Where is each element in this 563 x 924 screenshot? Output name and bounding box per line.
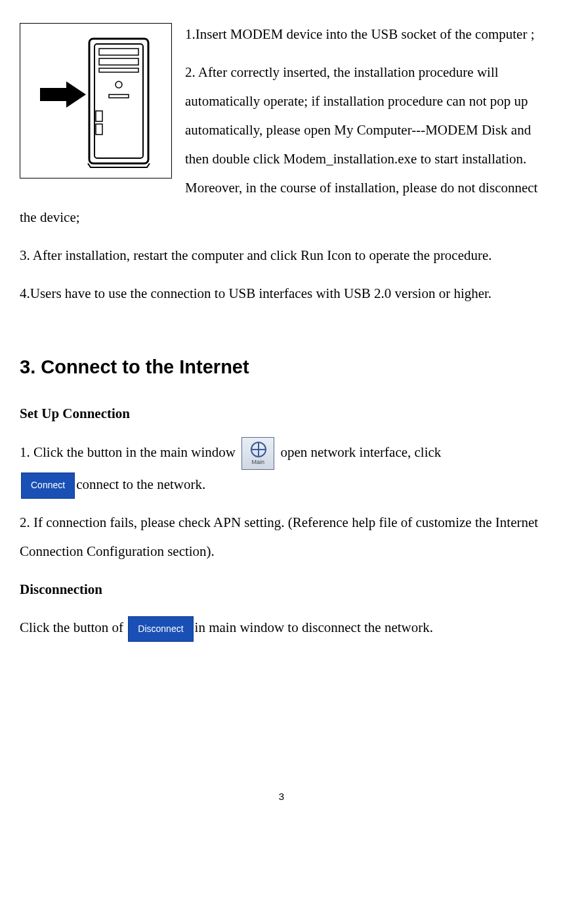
connect-button: Connect	[21, 472, 75, 498]
disconnect-text-a: Click the button of	[20, 620, 127, 635]
computer-usb-illustration	[20, 23, 172, 178]
connect-step-1-text-c: connect to the network.	[76, 476, 205, 492]
svg-rect-0	[89, 39, 148, 163]
connect-step-1-text-a: 1. Click the button in the main window	[20, 444, 239, 460]
section-title-connect-internet: 3. Connect to the Internet	[20, 347, 543, 387]
svg-marker-9	[40, 81, 86, 108]
connect-step-1: 1. Click the button in the main window o…	[20, 437, 543, 499]
svg-rect-1	[94, 44, 143, 158]
disconnect-text-b: in main window to disconnect the network…	[195, 620, 433, 635]
connect-step-2: 2. If connection fails, please check APN…	[20, 508, 543, 566]
svg-point-5	[115, 81, 122, 88]
subheading-disconnection: Disconnection	[20, 575, 543, 604]
svg-rect-6	[109, 94, 129, 98]
svg-rect-3	[99, 58, 138, 65]
install-step-4: 4.Users have to use the connection to US…	[20, 279, 543, 308]
subheading-setup-connection: Set Up Connection	[20, 399, 543, 428]
disconnect-button: Disconnect	[128, 616, 193, 642]
connect-step-1-text-b: open network interface, click	[280, 444, 441, 460]
disconnect-step: Click the button of Disconnectin main wi…	[20, 613, 543, 642]
main-icon	[241, 437, 274, 470]
svg-rect-2	[99, 49, 138, 55]
svg-rect-4	[99, 68, 138, 72]
page-number: 3	[20, 786, 543, 807]
install-step-3: 3. After installation, restart the compu…	[20, 241, 543, 270]
svg-rect-7	[96, 111, 102, 121]
svg-rect-8	[96, 124, 102, 135]
